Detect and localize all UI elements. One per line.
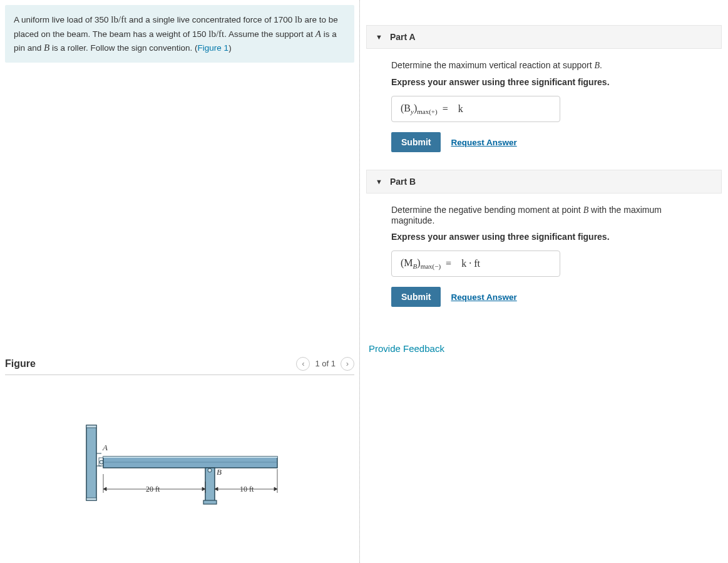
part-b-title: Part B [390,177,416,187]
unit: lb/ft [208,29,224,39]
svg-rect-10 [205,468,215,502]
unit: lb/ft [111,14,126,24]
part-a-title: Part A [390,32,416,42]
part-a-question: Determine the maximum vertical reaction … [391,60,707,71]
part-b-answer-box[interactable]: (MB)max(−) = k · ft [391,251,560,277]
svg-rect-2 [86,498,96,500]
figure-image: A B [5,375,354,546]
collapse-icon: ▼ [376,178,382,185]
figure-link[interactable]: Figure 1 [198,43,229,53]
part-a-header[interactable]: ▼ Part A [366,25,722,49]
label-b: B [217,467,222,477]
collapse-icon: ▼ [376,33,382,41]
part-b-question: Determine the negative bending moment at… [391,205,707,225]
part-b-header[interactable]: ▼ Part B [366,170,722,194]
part-a-request-answer-link[interactable]: Request Answer [451,138,516,147]
part-b-submit-button[interactable]: Submit [391,287,441,307]
svg-point-12 [208,468,212,472]
figure-counter: 1 of 1 [315,359,336,368]
text: ) [228,43,232,53]
label-a: A [102,443,108,452]
svg-rect-11 [203,500,217,504]
figure-nav: ‹ 1 of 1 › [296,357,354,371]
svg-point-5 [100,460,103,464]
part-b-request-answer-link[interactable]: Request Answer [451,292,516,302]
dim-1: 20 ft [146,485,160,493]
problem-statement: A uniform live load of 350 lb/ft and a s… [5,5,354,63]
part-b: ▼ Part B Determine the negative bending … [366,170,722,307]
part-a-submit-button[interactable]: Submit [391,132,441,152]
svg-rect-0 [86,425,96,500]
variable-b: B [44,43,49,53]
unit: lb [295,14,302,24]
part-a-instruction: Express your answer using three signific… [391,77,707,87]
text: . Assume the support at [224,29,315,39]
part-a: ▼ Part A Determine the maximum vertical … [366,25,722,152]
figure-prev-button[interactable]: ‹ [296,357,310,371]
text: A uniform live load of 350 [14,15,111,24]
svg-rect-1 [86,425,96,428]
figure-header: Figure ‹ 1 of 1 › [5,357,354,375]
dim-2: 10 ft [240,485,254,493]
text: and a single live concentrated force of … [126,15,295,24]
provide-feedback-link[interactable]: Provide Feedback [369,343,444,354]
figure-next-button[interactable]: › [341,357,354,371]
part-b-instruction: Express your answer using three signific… [391,232,707,242]
svg-rect-9 [103,457,277,458]
figure-title: Figure [5,358,36,369]
part-a-answer-box[interactable]: (By)max(+) = k [391,96,560,122]
variable-a: A [315,29,321,39]
text: is a roller. Follow the sign convention.… [49,43,197,53]
